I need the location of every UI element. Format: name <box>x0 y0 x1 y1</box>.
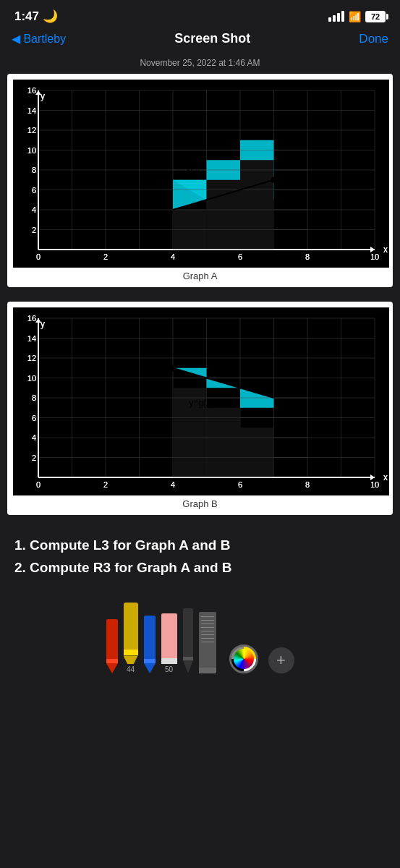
questions-section: 1. Compute L3 for Graph A and B 2. Compu… <box>0 522 400 588</box>
page-title: Screen Shot <box>174 31 250 46</box>
pink-eraser-label: 50 <box>165 665 173 673</box>
graph-b-canvas <box>13 307 389 495</box>
battery-icon: 72 <box>365 11 386 22</box>
battery-level: 72 <box>371 12 380 21</box>
status-icons: 📶 72 <box>328 11 386 22</box>
graph-b-label: Graph B <box>13 498 387 509</box>
tool-pink-eraser[interactable]: 50 <box>161 613 177 673</box>
tool-blue-pencil[interactable] <box>144 616 156 673</box>
question-1: 1. Compute L3 for Graph A and B <box>14 537 386 555</box>
wifi-icon: 📶 <box>349 11 361 22</box>
tool-yellow-marker[interactable]: 44 <box>124 603 138 673</box>
tool-dark-pen[interactable] <box>183 608 193 673</box>
status-bar: 1:47 🌙 📶 72 <box>0 0 400 28</box>
tool-ruler[interactable] <box>199 612 216 673</box>
status-time: 1:47 🌙 <box>14 9 58 24</box>
nav-bar: ◀ Bartleby Screen Shot Done <box>0 28 400 54</box>
plus-icon: + <box>276 651 286 670</box>
back-label: ◀ Bartleby <box>12 32 66 46</box>
graph-a-container: Graph A <box>7 74 393 287</box>
graph-b-container: Graph B <box>7 302 393 515</box>
add-tool-button[interactable]: + <box>268 647 294 673</box>
toolbar: 44 50 <box>0 588 400 695</box>
graph-gap <box>0 294 400 302</box>
signal-bars <box>328 11 344 22</box>
timestamp: November 25, 2022 at 1:46 AM <box>0 54 400 74</box>
yellow-marker-label: 44 <box>127 665 135 673</box>
done-button[interactable]: Done <box>359 32 388 46</box>
graph-a-label: Graph A <box>13 271 387 281</box>
moon-icon: 🌙 <box>43 9 58 23</box>
graph-a-canvas <box>13 80 389 268</box>
question-2: 2. Compute R3 for Graph A and B <box>14 559 386 577</box>
tool-red-pencil[interactable] <box>106 619 118 673</box>
time-display: 1:47 <box>14 9 39 23</box>
tool-color-picker[interactable] <box>229 644 258 673</box>
back-button[interactable]: ◀ Bartleby <box>12 32 66 46</box>
